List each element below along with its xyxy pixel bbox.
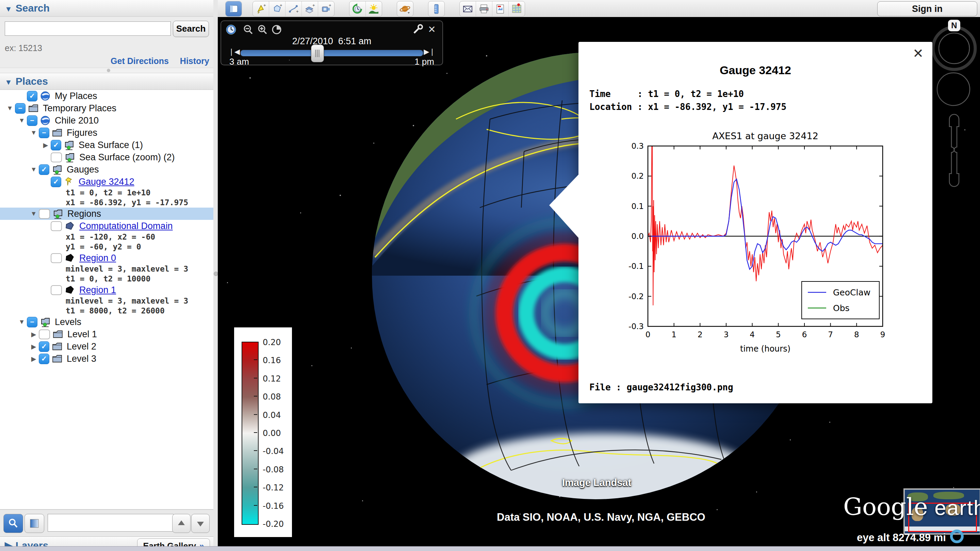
tree-row-chile-2010[interactable]: ▼−Chile 2010: [0, 115, 213, 127]
step-back-button[interactable]: ❘◀: [227, 48, 241, 56]
add-image-overlay-button[interactable]: +: [302, 2, 318, 16]
places-search-up-button[interactable]: [172, 514, 191, 533]
tree-row-sea-surface-1-[interactable]: ▶✓Sea Surface (1): [0, 139, 213, 151]
tree-expander-icon[interactable]: ▶: [29, 355, 39, 363]
tree-checkbox[interactable]: ✓: [51, 140, 61, 150]
sign-in-button[interactable]: Sign in: [877, 2, 977, 16]
add-placemark-button[interactable]: +: [253, 2, 269, 16]
search-input[interactable]: [5, 21, 171, 36]
tree-item-label[interactable]: Levels: [55, 317, 81, 327]
tree-row-levels[interactable]: ▼−Levels: [0, 316, 213, 328]
tree-row-gauge-32412[interactable]: ✓Gauge 32412: [0, 175, 213, 188]
tree-item-label[interactable]: Figures: [67, 127, 97, 138]
tree-item-label[interactable]: Gauges: [67, 164, 99, 175]
popup-close-icon[interactable]: ✕: [913, 46, 924, 61]
tree-item-label[interactable]: Gauge 32412: [79, 177, 134, 187]
sidebar-toggle-button[interactable]: [226, 2, 242, 16]
tree-item-label[interactable]: Temporary Places: [43, 103, 116, 114]
add-polygon-button[interactable]: +: [269, 2, 285, 16]
sidebar-divider[interactable]: [213, 0, 218, 546]
tree-row-region-0[interactable]: Region 0: [0, 252, 213, 264]
tree-checkbox[interactable]: ✓: [27, 91, 37, 102]
historical-imagery-button[interactable]: [350, 2, 366, 16]
tree-expander-icon[interactable]: ▶: [29, 343, 39, 350]
tree-item-label[interactable]: Sea Surface (1): [79, 140, 143, 150]
zoom-out-icon[interactable]: [242, 24, 254, 35]
tree-expander-icon[interactable]: ▶: [40, 141, 51, 149]
tree-row-regions[interactable]: ▼Regions: [0, 208, 213, 220]
tree-row-gauges[interactable]: ▼✓Gauges: [0, 163, 213, 175]
tree-checkbox[interactable]: [51, 221, 62, 231]
zoom-in-icon[interactable]: [256, 24, 268, 35]
places-filter-button[interactable]: [24, 514, 44, 533]
tree-row-computational-domain[interactable]: Computational Domain: [0, 220, 213, 232]
tree-checkbox[interactable]: −: [39, 127, 49, 138]
clock-icon[interactable]: [225, 24, 237, 35]
tree-item-label[interactable]: Sea Surface (zoom) (2): [79, 152, 175, 163]
tree-checkbox[interactable]: ✓: [39, 164, 49, 175]
tree-item-label[interactable]: Chile 2010: [55, 115, 99, 126]
get-directions-link[interactable]: Get Directions: [111, 56, 169, 66]
tree-row-sea-surface-zoom-2-[interactable]: Sea Surface (zoom) (2): [0, 151, 213, 163]
nav-gadget[interactable]: [929, 17, 980, 228]
tree-expander-icon[interactable]: ▼: [29, 129, 39, 137]
tree-item-label[interactable]: Computational Domain: [79, 221, 173, 231]
tree-item-label[interactable]: My Places: [55, 91, 97, 102]
tree-expander-icon[interactable]: ▼: [5, 105, 15, 112]
search-panel-header[interactable]: ▼Search: [0, 0, 213, 17]
save-image-button[interactable]: [492, 2, 509, 16]
record-tour-button[interactable]: +: [318, 2, 334, 16]
planets-button[interactable]: [397, 2, 413, 16]
tree-checkbox[interactable]: [51, 285, 62, 295]
tree-checkbox[interactable]: [51, 253, 62, 263]
tree-item-label[interactable]: Level 1: [67, 329, 97, 340]
email-button[interactable]: [460, 2, 476, 16]
tree-checkbox[interactable]: [39, 330, 50, 339]
time-slider-close-icon[interactable]: ✕: [426, 24, 438, 35]
tree-row-my-places[interactable]: ✓My Places: [0, 90, 213, 102]
tree-expander-icon[interactable]: ▼: [17, 318, 27, 326]
ruler-button[interactable]: [428, 2, 444, 16]
tree-expander-icon[interactable]: ▼: [29, 166, 39, 173]
tree-item-label[interactable]: Regions: [67, 209, 101, 219]
tree-checkbox[interactable]: −: [27, 115, 37, 126]
time-slider-handle[interactable]: [311, 45, 324, 62]
tree-expander-icon[interactable]: ▼: [17, 117, 27, 124]
tree-checkbox[interactable]: ✓: [51, 177, 61, 187]
tree-item-label[interactable]: Level 3: [67, 354, 96, 364]
step-forward-button[interactable]: ▶❘: [423, 48, 436, 56]
tree-row-level-2[interactable]: ▶✓Level 2: [0, 340, 213, 353]
view-in-maps-button[interactable]: [509, 2, 525, 16]
time-slider-track[interactable]: [240, 50, 423, 56]
tree-expander-icon[interactable]: ▶: [29, 330, 39, 338]
search-button[interactable]: Search: [173, 21, 209, 37]
places-search-toggle-button[interactable]: [3, 514, 23, 533]
play-animation-icon[interactable]: [271, 24, 282, 35]
tree-checkbox[interactable]: [39, 209, 50, 219]
north-indicator[interactable]: N: [948, 20, 960, 31]
panel-splitter[interactable]: [0, 68, 213, 73]
history-link[interactable]: History: [180, 56, 209, 66]
sunlight-button[interactable]: [366, 2, 382, 16]
print-button[interactable]: [476, 2, 492, 16]
tree-checkbox[interactable]: −: [15, 103, 25, 114]
tree-row-figures[interactable]: ▼−Figures: [0, 127, 213, 139]
tree-checkbox[interactable]: ✓: [39, 341, 49, 352]
places-panel-header[interactable]: ▼Places: [0, 73, 213, 90]
earth-viewport[interactable]: ✕ 2/27/2010 6:51 am ❘◀ ▶❘ 3 am 1 pm 0.20…: [218, 17, 980, 546]
tree-item-label[interactable]: Region 1: [79, 285, 116, 295]
settings-wrench-icon[interactable]: [412, 24, 423, 35]
places-search-input[interactable]: [48, 514, 173, 532]
tree-row-level-3[interactable]: ▶✓Level 3: [0, 353, 213, 365]
places-search-down-button[interactable]: [191, 514, 210, 533]
tree-row-level-1[interactable]: ▶Level 1: [0, 328, 213, 340]
tree-checkbox[interactable]: ✓: [39, 354, 49, 364]
tree-checkbox[interactable]: [51, 153, 62, 162]
tree-row-region-1[interactable]: Region 1: [0, 284, 213, 296]
tree-row-temporary-places[interactable]: ▼−Temporary Places: [0, 102, 213, 115]
tree-checkbox[interactable]: −: [27, 317, 37, 327]
tree-item-label[interactable]: Level 2: [67, 341, 96, 352]
tree-item-label[interactable]: Region 0: [79, 253, 116, 263]
add-path-button[interactable]: +: [285, 2, 302, 16]
tree-expander-icon[interactable]: ▼: [29, 210, 39, 218]
